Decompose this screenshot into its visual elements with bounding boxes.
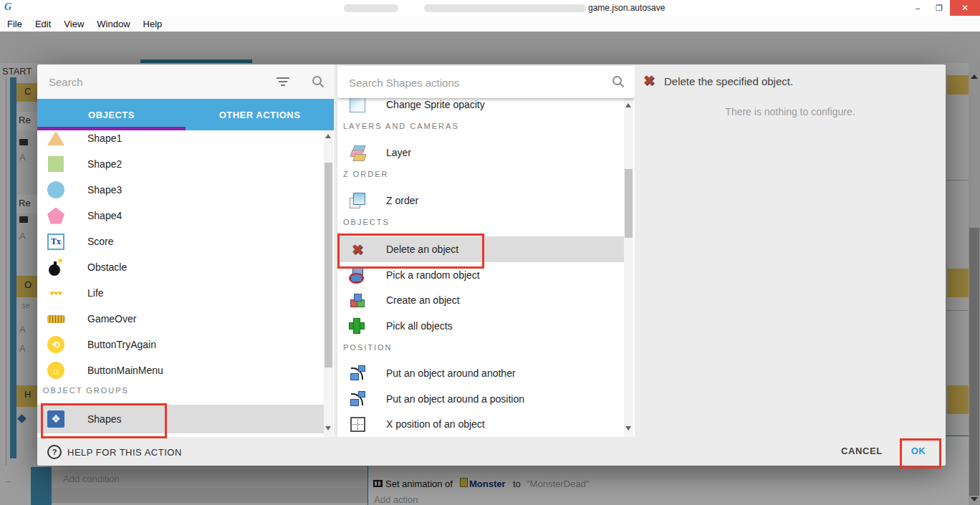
object-row-buttonmainmenu[interactable]: ⌂ ButtonMainMenu [37,357,324,383]
action-row-delete-an-object[interactable]: ✖ Delete an object [337,236,624,262]
group-row-shapes[interactable]: ❖ Shapes [37,405,324,433]
action-label: Pick all objects [386,320,453,332]
put-around-icon [349,390,366,408]
object-groups-header: OBJECT GROUPS [43,386,129,395]
circle-icon [47,181,64,198]
object-row-obstacle[interactable]: Obstacle [37,254,324,280]
action-row-z-order[interactable]: Z order [337,188,624,213]
object-row-shape4[interactable]: Shape4 [37,203,324,229]
bomb-icon [47,259,64,276]
menu-edit[interactable]: Edit [29,19,57,29]
action-row-put-around-another[interactable]: Put an object around another [337,360,624,386]
action-label: Put an object around another [386,367,516,379]
scroll-down-icon[interactable] [625,426,631,431]
object-label: Shape4 [87,210,122,221]
object-row-life[interactable]: ♥♥♥ Life [37,280,324,306]
action-label: Delete an object [386,244,458,255]
ok-button[interactable]: OK [898,446,938,456]
delete-cross-icon: ✖ [349,241,366,258]
action-label: Change Sprite opacity [386,99,485,110]
create-object-icon [349,292,366,309]
action-row-pick-random-object[interactable]: Pick a random object [337,262,624,288]
menu-view[interactable]: View [57,19,90,29]
action-label: X position of an object [386,418,485,430]
gdevelop-window: G game.json.autosave – ❐ ✕ File Edit Vie… [0,0,980,505]
section-header-position: POSITION [343,343,393,352]
object-label: Shape1 [87,133,122,144]
section-header-objects: OBJECTS [343,218,390,226]
actions-list-panel: Change Sprite opacity LAYERS AND CAMERAS… [337,64,635,437]
action-row-create-object[interactable]: Create an object [337,287,624,313]
cancel-button[interactable]: CANCEL [840,446,884,456]
action-description: Delete the specified object. [664,75,793,87]
action-label: Create an object [386,294,460,306]
scrollbar-thumb[interactable] [625,169,633,238]
object-label: Score [87,236,114,247]
tab-objects[interactable]: OBJECTS [37,99,186,130]
pentagon-icon [47,207,64,224]
titlebar: G game.json.autosave – ❐ ✕ [0,0,980,16]
search-icon[interactable] [612,75,625,88]
filter-icon[interactable] [277,77,289,86]
scrollbar-thumb[interactable] [325,163,332,367]
triangle-icon [47,130,64,147]
menu-file[interactable]: File [0,19,29,29]
close-button[interactable]: ✕ [950,0,980,16]
object-row-shape3[interactable]: Shape3 [37,177,324,203]
menu-window[interactable]: Window [90,19,136,29]
restore-icon: ❐ [936,4,943,13]
object-row-score[interactable]: Tx Score [37,229,324,254]
action-config-panel: ✖ Delete the specified object. There is … [635,64,946,438]
object-label: Obstacle [87,261,127,273]
action-row-put-around-position[interactable]: Put an object around a position [337,386,624,412]
home-button-icon: ⌂ [47,362,64,379]
action-row-pick-all-objects[interactable]: Pick all objects [337,313,624,339]
put-around-icon [349,365,366,382]
actions-scrollbar[interactable] [624,98,633,437]
action-label: Z order [386,195,418,206]
object-row-gameover[interactable]: GameOver [37,306,324,332]
layers-icon [349,144,366,161]
scroll-up-icon[interactable] [325,134,331,138]
action-label: Pick a random object [386,269,480,281]
object-label: GameOver [87,313,136,324]
action-row-x-position[interactable]: X position of an object [337,411,624,437]
action-row-layer[interactable]: Layer [337,140,624,165]
object-row-shape2[interactable]: Shape2 [37,151,324,177]
retry-button-icon: ⟲ [47,336,64,353]
minimize-icon: – [916,4,920,12]
delete-cross-icon: ✖ [643,74,655,87]
restore-button[interactable]: ❐ [928,0,950,16]
object-row-shape1[interactable]: Shape1 [37,130,324,151]
objects-scrollbar[interactable] [324,130,333,437]
z-order-icon [349,192,366,209]
scroll-up-icon[interactable] [625,103,631,107]
object-label: ButtonMainMenu [87,365,163,376]
window-title: game.json.autosave [588,3,665,13]
redacted-path-segment [344,4,398,12]
x-position-icon [349,415,366,433]
actions-search-input[interactable] [347,72,601,92]
object-label: Life [87,287,104,299]
instruction-editor-dialog: OBJECTS OTHER ACTIONS Shape1 Shape2 Shap… [37,64,946,466]
search-icon[interactable] [312,75,325,88]
help-button[interactable]: HELP FOR THIS ACTION [67,447,182,458]
objects-list: Shape1 Shape2 Shape3 Shape4 Tx Score Obs… [37,130,334,437]
minimize-button[interactable]: – [907,0,928,16]
pick-random-icon [349,266,366,284]
object-label: Shape2 [87,158,122,170]
close-icon: ✕ [961,3,969,13]
help-icon[interactable]: ? [47,445,62,459]
object-tabs: OBJECTS OTHER ACTIONS [37,99,334,130]
nothing-to-configure-text: There is nothing to configure. [635,106,946,117]
object-search-bar [37,64,334,99]
menu-help[interactable]: Help [137,19,169,29]
object-row-buttontryagain[interactable]: ⟲ ButtonTryAgain [37,332,324,357]
object-search-input[interactable] [47,72,265,92]
menu-bar: File Edit View Window Help [0,16,980,32]
banner-icon [47,310,64,327]
object-label: Shape3 [87,184,122,196]
tab-other-actions[interactable]: OTHER ACTIONS [186,99,334,130]
group-label: Shapes [87,413,121,425]
scroll-down-icon[interactable] [325,426,331,431]
